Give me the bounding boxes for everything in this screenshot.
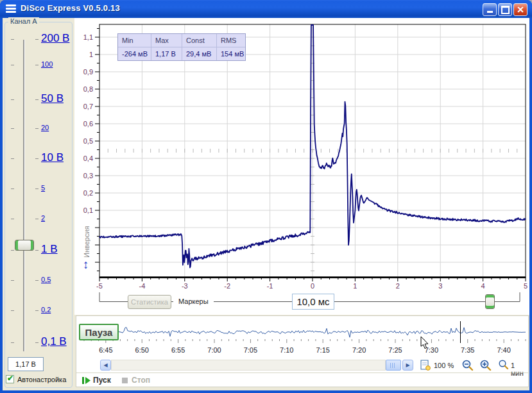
- slider-tick: [11, 39, 14, 40]
- zoom-percent: 100 %: [434, 362, 454, 369]
- timebase-slider-thumb[interactable]: [485, 294, 495, 309]
- zoom-in-icon[interactable]: [479, 359, 492, 372]
- maximize-icon: [501, 6, 510, 14]
- slider-tick: [35, 128, 39, 129]
- stats-header: Min: [118, 34, 151, 47]
- voltage-range-link[interactable]: 10 В: [41, 151, 64, 164]
- timeline-panel: 6:456:506:557:007:057:107:157:207:257:30…: [76, 315, 529, 387]
- voltage-range-link[interactable]: 0,2: [41, 306, 51, 314]
- slider-tick: [35, 342, 39, 343]
- slider-tick: [35, 158, 39, 159]
- voltage-range-link[interactable]: 0,5: [41, 276, 51, 283]
- voltage-range-link[interactable]: 1 В: [41, 243, 58, 256]
- timeline-axis: 6:456:506:557:007:057:107:157:207:257:30…: [84, 339, 526, 354]
- slider-tick: [35, 250, 39, 251]
- slider-tick: [11, 128, 14, 129]
- time-scale-label: 1 мин: [511, 362, 528, 377]
- autotune-checkbox[interactable]: ✔: [6, 375, 14, 383]
- slider-tick: [11, 310, 14, 311]
- inversion-arrow-icon: ↕: [83, 257, 89, 272]
- pause-button[interactable]: Пауза: [79, 324, 119, 340]
- chart-panel: [74, 18, 529, 315]
- stats-value: 29,4 мВ: [182, 47, 217, 60]
- scrollbar-grip: [390, 363, 396, 368]
- timebase-value-box[interactable]: 10,0 мс: [292, 294, 334, 310]
- scrollbar-right-button[interactable]: ▶: [402, 360, 413, 371]
- inversion-label: Инверсия: [83, 221, 90, 258]
- measured-value-box[interactable]: 1,17 В: [8, 357, 44, 371]
- stats-value: 1,17 В: [151, 47, 182, 60]
- slider-tick: [11, 65, 14, 65]
- stats-header: RMS: [217, 34, 245, 47]
- svg-text:7:05: 7:05: [244, 346, 257, 354]
- slider-tick: [11, 99, 14, 100]
- inversion-control[interactable]: Инверсия ↕: [81, 221, 95, 277]
- svg-text:7:00: 7:00: [207, 346, 221, 354]
- stats-header: Const: [182, 34, 217, 47]
- scrollbar-left-button[interactable]: ◀: [100, 360, 111, 371]
- svg-text:7:15: 7:15: [316, 346, 329, 354]
- stop-icon: [122, 378, 128, 383]
- stats-header: Max: [151, 34, 182, 47]
- window-title: DiSco Express V0.5.0.13: [21, 3, 120, 13]
- voltage-range-link[interactable]: 5: [41, 184, 45, 192]
- minimize-icon: [487, 11, 493, 13]
- minimize-button[interactable]: [483, 3, 497, 16]
- stats-table: MinMaxConstRMS-264 мВ1,17 В29,4 мВ154 мВ: [117, 33, 246, 61]
- svg-text:7:35: 7:35: [461, 346, 474, 354]
- time-scale-search-icon[interactable]: [498, 359, 511, 372]
- channel-a-caption: Канал А: [8, 17, 39, 25]
- svg-text:6:50: 6:50: [135, 346, 149, 354]
- slider-tick: [11, 250, 14, 251]
- voltage-range-link[interactable]: 0,1 В: [41, 335, 67, 348]
- close-icon: ✕: [517, 4, 524, 15]
- slider-tick: [11, 280, 14, 281]
- close-button[interactable]: ✕: [513, 3, 528, 16]
- slider-tick: [11, 219, 14, 219]
- autotune-label: Автонастройка: [17, 376, 66, 383]
- stop-button[interactable]: Стоп: [132, 376, 150, 385]
- svg-text:7:40: 7:40: [497, 346, 510, 354]
- voltage-range-link[interactable]: 50 В: [41, 92, 64, 105]
- scrollbar-track[interactable]: [111, 360, 386, 371]
- voltage-range-link[interactable]: 2: [41, 214, 45, 222]
- voltage-range-link[interactable]: 200 В: [41, 32, 69, 45]
- voltage-range-link[interactable]: 20: [41, 124, 49, 131]
- markers-toggle[interactable]: Маркеры: [173, 297, 214, 305]
- start-button[interactable]: Пуск: [93, 376, 111, 385]
- maximize-button[interactable]: [498, 3, 512, 16]
- slider-tick: [11, 188, 14, 189]
- stats-value: -264 мВ: [118, 47, 151, 60]
- slider-tick: [35, 188, 39, 189]
- svg-text:7:25: 7:25: [388, 346, 402, 354]
- slider-tick: [35, 310, 39, 311]
- start-icon: [82, 376, 91, 387]
- voltage-slider-thumb[interactable]: [15, 240, 34, 251]
- fit-page-icon[interactable]: [419, 359, 432, 372]
- title-bar[interactable]: DiSco Express V0.5.0.13 ✕: [0, 0, 532, 18]
- timeline-trace: [84, 328, 526, 338]
- svg-text:7:10: 7:10: [280, 346, 293, 354]
- svg-text:6:45: 6:45: [99, 346, 112, 354]
- slider-tick: [35, 219, 39, 219]
- divider: [76, 372, 528, 373]
- svg-text:6:55: 6:55: [171, 346, 185, 354]
- slider-tick: [35, 39, 39, 40]
- slider-tick: [35, 65, 39, 65]
- channel-a-panel: [4, 22, 73, 388]
- svg-text:7:20: 7:20: [352, 346, 366, 354]
- stats-value: 154 мВ: [217, 47, 245, 60]
- scrollbar-thumb[interactable]: [386, 360, 401, 371]
- slider-tick: [11, 158, 14, 159]
- check-icon: ✔: [7, 374, 13, 383]
- slider-tick: [11, 342, 14, 343]
- slider-tick: [35, 280, 39, 281]
- slider-tick: [35, 99, 39, 100]
- app-icon: [6, 4, 16, 14]
- statistics-button[interactable]: Статистика: [128, 295, 171, 309]
- voltage-slider-track[interactable]: [23, 40, 25, 351]
- app-window: DiSco Express V0.5.0.13 ✕ Канал А 200 В1…: [0, 0, 532, 393]
- zoom-out-icon[interactable]: [461, 359, 474, 372]
- voltage-range-link[interactable]: 100: [41, 60, 53, 68]
- svg-text:7:30: 7:30: [425, 346, 438, 354]
